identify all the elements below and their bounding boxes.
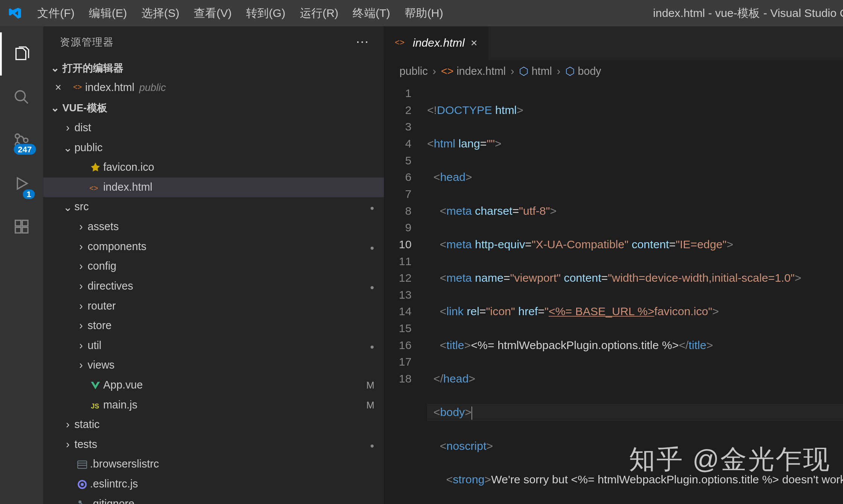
git-status: M — [366, 380, 384, 391]
svg-rect-20 — [15, 220, 21, 226]
folder-item[interactable]: ›dist — [43, 118, 384, 138]
menu-item[interactable]: 运行(R) — [292, 0, 345, 26]
menu-item[interactable]: 终端(T) — [345, 0, 397, 26]
open-editors-section[interactable]: ⌄ 打开的编辑器 — [43, 58, 384, 78]
tree-item-label: .gitignore — [90, 498, 384, 504]
file-item[interactable]: .browserslistrc — [43, 454, 384, 474]
modified-indicator — [370, 281, 384, 292]
chevron-right-icon: › — [75, 300, 88, 312]
folder-item[interactable]: ›directives — [43, 276, 384, 296]
svg-rect-22 — [15, 227, 21, 233]
window-title: index.html - vue-模板 - Visual Studio Code… — [450, 5, 843, 21]
html-file-icon: <> — [395, 36, 407, 51]
tree-item-label: views — [88, 359, 384, 372]
menu-item[interactable]: 查看(V) — [187, 0, 239, 26]
tree-item-label: dist — [75, 122, 384, 134]
breadcrumb-item[interactable]: ⬡ html — [519, 65, 552, 78]
folder-item[interactable]: ›static — [43, 415, 384, 435]
line-numbers: 123456789101112131415161718 — [384, 83, 427, 504]
vscode-logo-icon — [0, 6, 30, 20]
debug-badge: 1 — [23, 190, 35, 199]
chevron-right-icon: › — [75, 339, 88, 352]
modified-indicator — [370, 241, 384, 252]
tree-item-label: src — [75, 201, 370, 213]
html-icon: <> — [88, 181, 103, 193]
sidebar-more-icon[interactable]: ⋯ — [356, 34, 370, 50]
folder-item[interactable]: ⌄public — [43, 138, 384, 158]
chevron-right-icon: › — [75, 240, 88, 253]
tree-item-label: store — [88, 320, 384, 332]
modified-indicator — [370, 340, 384, 351]
chevron-right-icon: › — [511, 65, 514, 77]
breadcrumb-item[interactable]: public — [400, 65, 428, 77]
chevron-down-icon: ⌄ — [61, 141, 75, 154]
menu-item[interactable]: 文件(F) — [30, 0, 82, 26]
title-bar: 文件(F)编辑(E)选择(S)查看(V)转到(G)运行(R)终端(T)帮助(H)… — [0, 0, 843, 26]
svg-rect-21 — [22, 220, 28, 226]
close-icon[interactable]: × — [43, 82, 73, 94]
scm-badge: 247 — [14, 144, 36, 155]
debug-activity[interactable]: 1 — [0, 162, 43, 205]
folder-item[interactable]: ›router — [43, 296, 384, 316]
html-file-icon: <> — [73, 80, 85, 96]
breadcrumb-item[interactable]: <> index.html — [441, 65, 506, 77]
tree-item-label: .browserslistrc — [90, 458, 384, 471]
svg-text:JS: JS — [91, 402, 99, 410]
project-section[interactable]: ⌄ VUE-模板 — [43, 98, 384, 118]
folder-item[interactable]: ›assets — [43, 217, 384, 237]
file-item[interactable]: favicon.ico — [43, 158, 384, 178]
file-item[interactable]: .eslintrc.js — [43, 474, 384, 494]
tree-item-label: App.vue — [103, 379, 366, 391]
tree-item-label: public — [75, 141, 384, 154]
vue-icon — [88, 379, 103, 391]
menu-item[interactable]: 转到(G) — [239, 0, 293, 26]
open-editor-item[interactable]: × <> index.html public — [43, 78, 384, 98]
star-icon — [88, 162, 103, 174]
folder-item[interactable]: ›store — [43, 316, 384, 336]
search-activity[interactable] — [0, 76, 43, 119]
file-item[interactable]: <>index.html — [43, 178, 384, 197]
tree-item-label: static — [75, 419, 384, 431]
breadcrumbs[interactable]: public›<> index.html›⬡ html›⬡ body — [384, 60, 843, 83]
file-tree: ›dist⌄publicfavicon.ico<>index.html⌄src›… — [43, 118, 384, 504]
folder-item[interactable]: ›util — [43, 336, 384, 356]
git-status: M — [366, 399, 384, 410]
svg-rect-30 — [78, 461, 87, 468]
breadcrumb-item[interactable]: ⬡ body — [565, 65, 601, 78]
file-item[interactable]: JSmain.jsM — [43, 395, 384, 415]
file-item[interactable]: .gitignore — [43, 494, 384, 504]
menu-item[interactable]: 选择(S) — [134, 0, 186, 26]
chevron-down-icon: ⌄ — [61, 200, 75, 214]
modified-indicator — [370, 202, 384, 213]
explorer-activity[interactable] — [0, 32, 43, 76]
folder-item[interactable]: ›config — [43, 257, 384, 276]
chevron-right-icon: › — [61, 419, 75, 431]
git-icon — [75, 498, 90, 504]
extensions-activity[interactable] — [0, 205, 43, 248]
svg-text:<>: <> — [73, 83, 82, 91]
tree-item-label: .eslintrc.js — [90, 478, 384, 490]
close-icon[interactable]: × — [471, 36, 478, 50]
menu-item[interactable]: 编辑(E) — [82, 0, 134, 26]
chevron-right-icon: › — [75, 359, 88, 372]
tree-item-label: directives — [88, 280, 370, 292]
code-editor[interactable]: <!DOCTYPE html> <html lang=""> <head> <m… — [427, 83, 843, 504]
tree-item-label: assets — [88, 221, 384, 233]
eslint-icon — [75, 478, 90, 490]
folder-item[interactable]: ›components — [43, 237, 384, 257]
folder-item[interactable]: ⌄src — [43, 197, 384, 217]
tree-item-label: router — [88, 300, 384, 312]
open-editor-dir: public — [139, 82, 166, 94]
menu-item[interactable]: 帮助(H) — [397, 0, 450, 26]
folder-item[interactable]: ›views — [43, 355, 384, 375]
open-editors-label: 打开的编辑器 — [62, 61, 124, 75]
folder-item[interactable]: ›tests — [43, 435, 384, 455]
file-item[interactable]: App.vueM — [43, 375, 384, 395]
svg-marker-19 — [17, 178, 27, 189]
chevron-right-icon: › — [75, 280, 88, 292]
editor-area: <> index.html × ⋯ public›<> index.html›⬡… — [384, 26, 843, 504]
editor-tab[interactable]: <> index.html × — [384, 26, 489, 60]
tree-item-label: config — [88, 260, 384, 273]
scm-activity[interactable]: 247 — [0, 119, 43, 162]
tab-label: index.html — [413, 36, 465, 50]
